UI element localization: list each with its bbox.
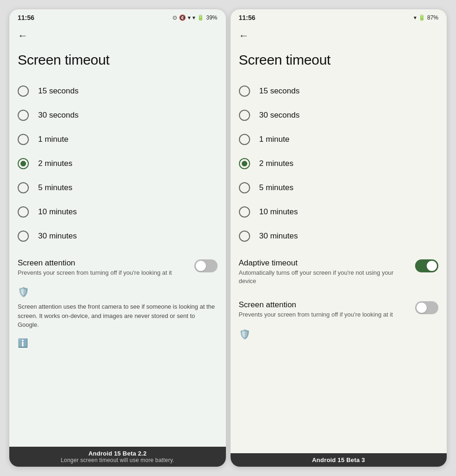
right-phone: 11:56 ▾ 🔋 87% ← Screen timeout 15 second… (231, 9, 447, 467)
right-screen-content: Screen timeout 15 seconds 30 seconds 1 m… (231, 44, 447, 453)
right-shield-icon: 🛡️ (239, 329, 251, 339)
left-screen-attention-row: Screen attention Prevents your screen fr… (18, 252, 218, 282)
left-radio-30m[interactable] (18, 231, 29, 242)
left-label-2m: 2 minutes (38, 159, 73, 168)
right-radio-30m[interactable] (239, 231, 250, 242)
left-toggle-knob (196, 261, 206, 271)
left-screen-attention-title: Screen attention (18, 258, 187, 268)
right-battery-icon: 🔋 (418, 14, 425, 21)
right-option-2m[interactable]: 2 minutes (239, 152, 439, 176)
left-radio-1m[interactable] (18, 134, 29, 145)
right-radio-5m[interactable] (239, 182, 250, 193)
left-radio-10m[interactable] (18, 206, 29, 218)
wifi-icon: ▾ (188, 14, 191, 21)
right-adaptive-title: Adaptive timeout (239, 258, 408, 268)
left-radio-30s[interactable] (18, 110, 29, 121)
right-shield-row: 🛡️ (239, 324, 439, 343)
right-beta-label: Android 15 Beta 3 (231, 456, 447, 463)
right-label-15s: 15 seconds (259, 86, 300, 96)
mute-icon: 🔇 (179, 14, 186, 21)
left-label-15s: 15 seconds (38, 86, 79, 96)
right-radio-1m[interactable] (239, 134, 250, 145)
right-label-30m: 30 minutes (259, 231, 298, 241)
left-option-15s[interactable]: 15 seconds (18, 79, 218, 103)
right-status-icons: ▾ 🔋 87% (414, 14, 438, 21)
left-shield-row: 🛡️ (18, 282, 218, 300)
left-phone: 11:56 ⊙ 🔇 ▾ ▾ 🔋 39% ← Screen timeout (9, 9, 226, 467)
right-options-list: 15 seconds 30 seconds 1 minute 2 m (239, 79, 439, 248)
right-screen-attention-row: Screen attention Prevents your screen fr… (239, 294, 439, 324)
right-radio-10m[interactable] (239, 206, 250, 218)
left-option-1m[interactable]: 1 minute (18, 127, 218, 152)
left-beta-label: Android 15 Beta 2.2 (9, 450, 226, 457)
right-adaptive-knob (427, 261, 437, 271)
right-radio-inner-2m (242, 161, 247, 166)
left-toggle-info: Screen attention Prevents your screen fr… (18, 258, 194, 277)
left-radio-inner-2m (20, 161, 26, 166)
left-option-10m[interactable]: 10 minutes (18, 200, 218, 224)
left-page-title: Screen timeout (18, 52, 218, 68)
right-adaptive-toggle[interactable] (415, 259, 438, 272)
right-bottom-bar: Android 15 Beta 3 (231, 453, 447, 467)
left-option-30s[interactable]: 30 seconds (18, 103, 218, 127)
left-option-30m[interactable]: 30 minutes (18, 224, 218, 248)
right-option-30s[interactable]: 30 seconds (239, 103, 439, 127)
right-option-5m[interactable]: 5 minutes (239, 176, 439, 200)
right-screen-attention-title: Screen attention (239, 300, 408, 310)
left-options-list: 15 seconds 30 seconds 1 minute 2 m (18, 79, 218, 248)
right-option-1m[interactable]: 1 minute (239, 127, 439, 152)
left-label-1m: 1 minute (38, 135, 68, 144)
left-label-10m: 10 minutes (38, 207, 77, 217)
left-option-5m[interactable]: 5 minutes (18, 176, 218, 200)
right-toggle-knob (416, 303, 427, 313)
left-info-icon-row: ℹ️ (18, 334, 218, 350)
right-radio-2m[interactable] (239, 158, 250, 169)
right-page-title: Screen timeout (239, 52, 439, 68)
right-option-15s[interactable]: 15 seconds (239, 79, 439, 103)
left-info-text: Screen attention uses the front camera t… (18, 300, 218, 334)
signal-icon: ▾ (192, 14, 195, 21)
left-back-button[interactable]: ← (9, 24, 226, 44)
left-label-30m: 30 minutes (38, 231, 77, 241)
right-status-bar: 11:56 ▾ 🔋 87% (231, 9, 447, 24)
left-label-30s: 30 seconds (38, 111, 79, 120)
right-radio-15s[interactable] (239, 86, 250, 97)
left-label-5m: 5 minutes (38, 183, 73, 192)
left-screen-content: Screen timeout 15 seconds 30 seconds 1 m… (9, 44, 226, 447)
right-radio-30s[interactable] (239, 110, 250, 121)
right-screen-attention-desc: Prevents your screen from turning off if… (239, 311, 408, 319)
left-status-icons: ⊙ 🔇 ▾ ▾ 🔋 39% (172, 14, 217, 21)
right-screen-attention-toggle[interactable] (415, 301, 438, 314)
right-adaptive-desc: Automatically turns off your screen if y… (239, 269, 408, 285)
left-time: 11:56 (18, 14, 34, 21)
right-time: 11:56 (239, 14, 256, 21)
right-label-10m: 10 minutes (259, 207, 298, 217)
main-container: 11:56 ⊙ 🔇 ▾ ▾ 🔋 39% ← Screen timeout (0, 0, 456, 476)
right-label-30s: 30 seconds (259, 111, 300, 120)
right-battery-percent: 87% (427, 14, 438, 21)
left-shield-icon: 🛡️ (18, 287, 29, 297)
battery-percent-left: 39% (206, 14, 217, 21)
left-radio-15s[interactable] (18, 86, 29, 97)
right-option-30m[interactable]: 30 minutes (239, 224, 439, 248)
left-radio-2m[interactable] (18, 158, 29, 169)
right-adaptive-timeout-row: Adaptive timeout Automatically turns off… (239, 252, 439, 290)
left-bottom-bar: Android 15 Beta 2.2 Longer screen timeou… (9, 447, 226, 467)
right-label-2m: 2 minutes (259, 159, 294, 168)
right-label-1m: 1 minute (259, 135, 290, 144)
left-option-2m[interactable]: 2 minutes (18, 152, 218, 176)
right-adaptive-toggle-info: Adaptive timeout Automatically turns off… (239, 258, 416, 285)
right-toggle-info: Screen attention Prevents your screen fr… (239, 300, 416, 319)
left-screen-attention-desc: Prevents your screen from turning off if… (18, 269, 187, 277)
right-wifi-icon: ▾ (414, 14, 416, 21)
left-info-icon: ℹ️ (18, 338, 28, 348)
left-status-bar: 11:56 ⊙ 🔇 ▾ ▾ 🔋 39% (9, 9, 226, 24)
right-option-10m[interactable]: 10 minutes (239, 200, 439, 224)
right-back-button[interactable]: ← (231, 24, 447, 44)
left-screen-attention-toggle[interactable] (194, 259, 218, 272)
battery-left: 🔋 (197, 14, 204, 21)
link-icon: ⊙ (172, 14, 177, 21)
left-radio-5m[interactable] (18, 182, 29, 193)
right-label-5m: 5 minutes (259, 183, 294, 192)
left-bottom-scroll-text: Longer screen timeout will use more batt… (9, 457, 226, 463)
